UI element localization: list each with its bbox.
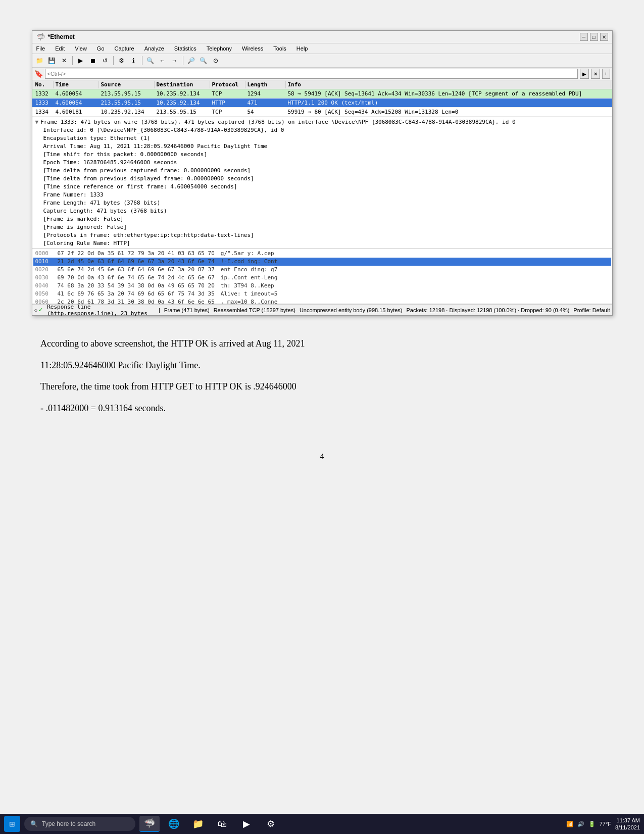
toolbar-zoom-out-btn[interactable]: 🔍 [198, 55, 209, 66]
cell-protocol: HTTP [210, 99, 245, 107]
status-separator: | [159, 307, 160, 313]
cell-info: 58 → 59419 [ACK] Seq=13641 Ack=434 Win=3… [286, 90, 611, 97]
cell-time: 4.600181 [54, 108, 99, 116]
menu-go[interactable]: Go [95, 44, 107, 53]
close-button[interactable]: ✕ [600, 33, 608, 41]
filter-add-btn[interactable]: + [602, 69, 610, 79]
taskbar-search-label: Type here to search [42, 820, 95, 827]
app-icon: 🦈 [36, 33, 45, 41]
status-bar: ○ ✓ Response line (http.response.line), … [32, 304, 612, 315]
cell-info: HTTP/1.1 200 OK (text/html) [286, 99, 611, 107]
toolbar-zoom-in-btn[interactable]: 🔎 [186, 55, 197, 66]
toolbar-info-btn[interactable]: ℹ [128, 55, 139, 66]
start-button[interactable]: ⊞ [4, 816, 20, 832]
packet-list: No. Time Source Destination Protocol Len… [32, 80, 612, 117]
taskbar-item-wireshark[interactable]: 🦈 [139, 816, 160, 832]
toolbar-separator-4 [183, 56, 183, 65]
hex-row: 0040 74 68 3a 20 33 54 39 34 38 0d 0a 49… [33, 282, 611, 290]
table-row[interactable]: 1332 4.600054 213.55.95.15 10.235.92.134… [32, 89, 612, 99]
menu-file[interactable]: File [34, 44, 47, 53]
col-length: Length [245, 81, 286, 88]
para1-text: According to above screenshot, the HTTP … [40, 338, 305, 349]
cell-source: 213.55.95.15 [99, 99, 155, 107]
taskbar-item-browser[interactable]: 🌐 [164, 816, 184, 832]
taskbar-date-text: 8/11/2021 [615, 824, 640, 831]
detail-frame[interactable]: ▼Frame 1333: 471 bytes on wire (3768 bit… [33, 118, 611, 126]
taskbar-item-music[interactable]: ▶ [236, 816, 257, 832]
maximize-button[interactable]: □ [590, 33, 598, 41]
toolbar-options-btn[interactable]: ⚙ [116, 55, 127, 66]
content-paragraph-3: Therefore, the time took from HTTP GET t… [40, 379, 604, 395]
menu-analyze[interactable]: Analyze [142, 44, 166, 53]
detail-frame-marked: [Frame is marked: False] [33, 215, 611, 223]
toolbar-start-capture-btn[interactable]: ▶ [75, 55, 86, 66]
wireshark-window: 🦈 *Ethernet ─ □ ✕ File Edit View Go Capt… [32, 30, 613, 316]
content-paragraph-1: According to above screenshot, the HTTP … [40, 336, 604, 352]
toolbar-stop-capture-btn[interactable]: ◼ [87, 55, 98, 66]
table-row[interactable]: 1333 4.600054 213.55.95.15 10.235.92.134… [32, 99, 612, 108]
cell-protocol: TCP [210, 90, 245, 97]
status-ready-icon: ○ [34, 307, 38, 313]
menu-help[interactable]: Help [294, 44, 310, 53]
toolbar-restart-btn[interactable]: ↺ [100, 55, 111, 66]
detail-protocols: [Protocols in frame: eth:ethertype:ip:tc… [33, 231, 611, 239]
filter-apply-btn[interactable]: ▶ [580, 69, 589, 79]
detail-arrival-time: Arrival Time: Aug 11, 2021 11:28:05.9246… [33, 142, 611, 151]
toolbar-reset-zoom-btn[interactable]: ⊙ [210, 55, 221, 66]
cell-dest: 10.235.92.134 [155, 90, 210, 97]
menu-edit[interactable]: Edit [53, 44, 67, 53]
taskbar-item-settings[interactable]: ⚙ [261, 816, 281, 832]
title-bar-left: 🦈 *Ethernet [36, 33, 75, 41]
taskbar-search[interactable]: 🔍 Type here to search [24, 817, 135, 831]
table-row[interactable]: 1334 4.600181 10.235.92.134 213.55.95.15… [32, 108, 612, 117]
taskbar-sound-icon: 🔊 [577, 821, 584, 827]
window-title: *Ethernet [48, 33, 75, 40]
detail-frame-number: Frame Number: 1333 [33, 191, 611, 199]
toolbar-separator-3 [142, 56, 142, 65]
toolbar-find-btn[interactable]: 🔍 [145, 55, 156, 66]
status-selected-info: Response line (http.response.line), 23 b… [47, 304, 155, 317]
detail-delta-displayed: [Time delta from previous displayed fram… [33, 175, 611, 183]
expand-arrow: ▼ [35, 119, 39, 125]
taskbar-battery-icon: 🔋 [588, 821, 596, 827]
cell-info: 59919 → 80 [ACK] Seq=434 Ack=15208 Win=1… [286, 108, 611, 116]
taskbar-datetime: 11:37 AM 8/11/2021 [615, 817, 640, 831]
cell-protocol: TCP [210, 108, 245, 116]
menu-capture[interactable]: Capture [113, 44, 136, 53]
search-icon: 🔍 [30, 820, 38, 827]
cell-source: 10.235.92.134 [99, 108, 155, 116]
menu-bar: File Edit View Go Capture Analyze Statis… [32, 43, 612, 54]
cell-no: 1333 [33, 99, 54, 107]
toolbar-save-btn[interactable]: 💾 [46, 55, 58, 66]
content-paragraph-2: 11:28:05.924646000 Pacific Daylight Time… [40, 358, 604, 373]
taskbar-item-explorer[interactable]: 📁 [188, 816, 208, 832]
col-dest: Destination [155, 81, 210, 88]
toolbar-next-btn[interactable]: → [169, 55, 180, 66]
hex-row: 0010 21 2d 45 0e 63 6f 64 69 6e 67 3a 20… [33, 258, 611, 266]
cell-source: 213.55.95.15 [99, 90, 155, 97]
window-controls: ─ □ ✕ [580, 33, 608, 41]
status-expert-icon: ✓ [38, 307, 43, 313]
title-bar: 🦈 *Ethernet ─ □ ✕ [32, 31, 612, 43]
menu-telephony[interactable]: Telephony [205, 44, 234, 53]
menu-view[interactable]: View [73, 44, 89, 53]
cell-time: 4.600054 [54, 99, 99, 107]
toolbar-prev-btn[interactable]: ← [157, 55, 168, 66]
status-frame: Frame (471 bytes) [164, 307, 210, 313]
content-paragraph-4: - .011482000 = 0.913164 seconds. [40, 401, 604, 416]
para3-text: Therefore, the time took from HTTP GET t… [40, 381, 296, 391]
toolbar-close-btn[interactable]: ✕ [59, 55, 70, 66]
minimize-button[interactable]: ─ [580, 33, 588, 41]
detail-time-since-ref: [Time since reference or first frame: 4.… [33, 183, 611, 191]
detail-epoch-time: Epoch Time: 1628706485.924646000 seconds [33, 159, 611, 167]
toolbar-open-btn[interactable]: 📁 [34, 55, 45, 66]
filter-input[interactable] [45, 69, 578, 79]
menu-statistics[interactable]: Statistics [172, 44, 199, 53]
menu-wireless[interactable]: Wireless [240, 44, 265, 53]
cell-length: 1294 [245, 90, 286, 97]
filter-clear-btn[interactable]: ✕ [591, 69, 600, 79]
taskbar-item-store[interactable]: 🛍 [212, 816, 232, 832]
detail-time-shift: [Time shift for this packet: 0.000000000… [33, 151, 611, 159]
menu-tools[interactable]: Tools [271, 44, 288, 53]
taskbar-time-text: 11:37 AM [615, 817, 640, 824]
